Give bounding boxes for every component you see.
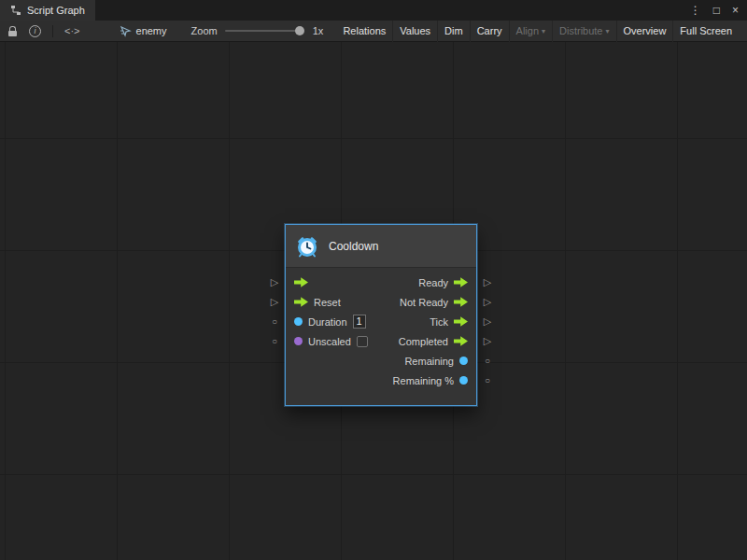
- output-port-markers: ▷ ▷ ▷ ▷ ○ ○: [481, 273, 494, 390]
- port-row-duration: Duration 1: [286, 312, 368, 331]
- port-row-remaining: Remaining: [393, 351, 476, 371]
- flow-out-icon[interactable]: [454, 277, 468, 287]
- code-icon[interactable]: <·>: [64, 25, 80, 36]
- flow-input-marker[interactable]: ▷: [268, 292, 281, 312]
- window-titlebar: Script Graph ⋮ □ ×: [0, 0, 747, 21]
- value-in-icon[interactable]: [294, 337, 303, 345]
- lock-icon-body: [8, 31, 17, 36]
- port-row-notready: Not Ready: [393, 292, 476, 312]
- close-icon[interactable]: ×: [732, 5, 739, 16]
- flow-input-marker[interactable]: ▷: [268, 273, 281, 292]
- port-label: Remaining: [404, 356, 454, 367]
- value-in-icon[interactable]: [294, 317, 303, 326]
- port-label: Not Ready: [400, 297, 448, 308]
- port-row-ready: Ready: [393, 273, 476, 292]
- flow-output-marker[interactable]: ▷: [481, 292, 494, 312]
- flow-in-icon[interactable]: [294, 277, 308, 287]
- port-label: Completed: [399, 336, 448, 347]
- pointer-icon: [120, 25, 132, 37]
- fullscreen-button[interactable]: Full Screen: [672, 21, 739, 42]
- distribute-dropdown-label: Distribute: [559, 25, 602, 36]
- toolbar-separator: [52, 25, 53, 37]
- flow-out-icon[interactable]: [454, 297, 468, 307]
- cooldown-node[interactable]: Cooldown Reset: [285, 224, 477, 406]
- align-dropdown: Align ▾: [509, 21, 552, 42]
- script-graph-window: Script Graph ⋮ □ × i <·> enemy Zoom 1x R…: [0, 0, 747, 42]
- port-label: Remaining %: [393, 375, 454, 386]
- node-title: Cooldown: [329, 240, 378, 253]
- overview-button[interactable]: Overview: [616, 21, 673, 42]
- carry-button[interactable]: Carry: [470, 21, 509, 42]
- alarm-clock-icon: [295, 234, 319, 259]
- menu-icon[interactable]: ⋮: [690, 5, 701, 16]
- graph-name: enemy: [136, 25, 167, 36]
- graph-canvas[interactable]: Cooldown Reset: [0, 42, 747, 560]
- port-label: Duration: [308, 316, 347, 328]
- align-dropdown-label: Align: [516, 25, 539, 36]
- port-row-enter: [286, 273, 368, 292]
- dim-button[interactable]: Dim: [437, 21, 470, 42]
- flow-output-marker[interactable]: ▷: [481, 331, 494, 351]
- value-input-marker[interactable]: ○: [268, 312, 281, 331]
- duration-field[interactable]: 1: [353, 315, 366, 329]
- distribute-dropdown: Distribute ▾: [552, 21, 615, 42]
- flow-out-icon[interactable]: [454, 336, 468, 346]
- zoom-slider-handle[interactable]: [295, 26, 304, 35]
- tab-title: Script Graph: [27, 5, 85, 16]
- flow-output-marker[interactable]: ▷: [481, 312, 494, 331]
- graph-toolbar: i <·> enemy Zoom 1x Relations Values Dim…: [0, 21, 747, 42]
- graph-breadcrumb[interactable]: enemy: [120, 25, 167, 37]
- zoom-slider[interactable]: [225, 30, 303, 32]
- output-column: Ready Not Ready Tick: [393, 273, 476, 390]
- port-row-tick: Tick: [393, 312, 476, 331]
- chevron-down-icon: ▾: [606, 27, 610, 35]
- lock-icon[interactable]: [8, 24, 18, 37]
- maximize-icon[interactable]: □: [713, 5, 720, 16]
- zoom-label: Zoom: [191, 25, 218, 36]
- port-row-unscaled: Unscaled: [286, 331, 368, 351]
- values-button[interactable]: Values: [392, 21, 437, 42]
- port-row-completed: Completed: [393, 331, 476, 351]
- port-label: Reset: [314, 297, 341, 308]
- tab-script-graph[interactable]: Script Graph: [0, 0, 95, 21]
- port-row-remaining-pct: Remaining %: [393, 371, 476, 390]
- value-output-marker[interactable]: ○: [481, 371, 494, 390]
- value-output-marker[interactable]: ○: [481, 351, 494, 371]
- flow-out-icon[interactable]: [454, 316, 468, 327]
- flow-in-icon[interactable]: [294, 297, 308, 307]
- graph-tab-icon: [10, 5, 21, 16]
- zoom-value: 1x: [313, 25, 324, 36]
- port-row-reset: Reset: [286, 292, 368, 312]
- info-icon[interactable]: i: [29, 25, 41, 37]
- port-label: Ready: [418, 277, 448, 288]
- unscaled-checkbox[interactable]: [357, 336, 368, 347]
- port-label: Tick: [430, 316, 448, 328]
- node-header[interactable]: Cooldown: [286, 225, 476, 268]
- input-port-markers: ▷ ▷ ○ ○: [268, 273, 281, 351]
- flow-output-marker[interactable]: ▷: [481, 273, 494, 292]
- input-column: Reset Duration 1 Unscaled: [286, 273, 368, 390]
- node-body: Reset Duration 1 Unscaled: [286, 268, 476, 405]
- value-out-icon[interactable]: [459, 357, 468, 365]
- value-input-marker[interactable]: ○: [268, 331, 281, 351]
- chevron-down-icon: ▾: [542, 27, 545, 35]
- value-out-icon[interactable]: [459, 376, 468, 385]
- port-label: Unscaled: [308, 336, 351, 347]
- relations-button[interactable]: Relations: [336, 21, 392, 42]
- window-controls: ⋮ □ ×: [690, 0, 747, 21]
